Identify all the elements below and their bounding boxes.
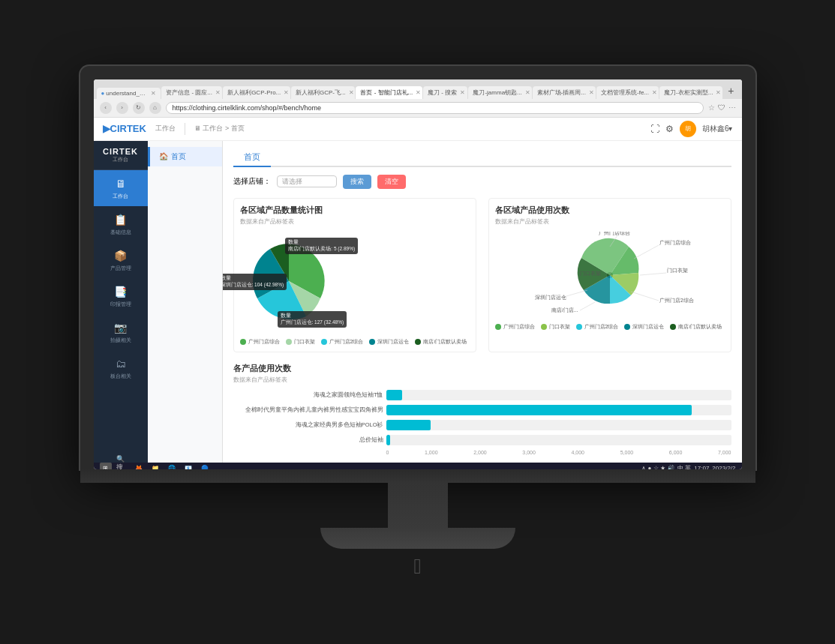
teams-icon[interactable]: 🔵 — [199, 463, 211, 469]
new-tab-button[interactable]: + — [723, 82, 738, 99]
sidebar-item-workbench[interactable]: 🖥 工作台 — [94, 170, 148, 206]
browser-tab-2[interactable]: 新人福利GCP-Pro... ✕ — [223, 86, 290, 99]
sidebar-label-workbench: 工作台 — [113, 193, 128, 200]
tab-close-6[interactable]: ✕ — [525, 89, 530, 96]
sidebar-label-shelf: 板台相关 — [110, 373, 131, 380]
home-nav-label: 首页 — [171, 151, 186, 162]
legend-dot-3 — [369, 339, 375, 345]
svg-text:深圳门店运仓: 深圳门店运仓 — [535, 295, 566, 300]
bar-fill-1 — [386, 405, 692, 415]
bar-label-2: 海魂之家经典男多色短袖POLO衫 — [233, 421, 383, 429]
tab-close-9[interactable]: ✕ — [716, 89, 721, 96]
app-header: ▶CIRTEK 工作台 🖥 工作台 > 首页 ⛶ ⚙ 胡 胡林鑫6▾ — [94, 118, 742, 141]
left-nav-home[interactable]: 🏠 首页 — [148, 147, 222, 166]
user-name[interactable]: 胡林鑫6▾ — [702, 124, 733, 134]
sidebar-item-product[interactable]: 📦 产品管理 — [94, 242, 148, 278]
address-bar[interactable]: https://clothing.cirtelklink.com/shop/#/… — [166, 102, 704, 114]
svg-line-5 — [631, 292, 659, 301]
folder-icon[interactable]: 📁 — [149, 463, 161, 469]
search-taskbar-button[interactable]: 🔍 搜索 — [116, 463, 128, 469]
browser-tab-6[interactable]: 魔刀-jamma钥匙... ✕ — [468, 86, 531, 99]
divider — [185, 123, 185, 135]
fullscreen-icon[interactable]: ⛶ — [650, 124, 659, 134]
sidebar-item-print[interactable]: 📑 印报管理 — [94, 278, 148, 314]
tab-close-0[interactable]: ✕ — [151, 90, 156, 97]
app-logo: ▶CIRTEK — [103, 123, 146, 134]
search-button[interactable]: 搜索 — [343, 175, 371, 189]
taskbar-left: ⊞ 🔍 搜索 🦊 📁 🌐 📧 🔵 — [100, 463, 211, 469]
x-label-5: 5,000 — [620, 450, 634, 455]
mail-icon[interactable]: 📧 — [182, 463, 194, 469]
legend-label-0: 广州门店综合 — [248, 338, 280, 346]
legend-item-1: 门口衣架 — [286, 338, 315, 346]
tab-close-1[interactable]: ✕ — [215, 89, 221, 96]
bar-track-2 — [386, 420, 731, 430]
tab-home[interactable]: 首页 — [233, 148, 271, 167]
legend-item-3: 深圳门店运仓 — [369, 338, 409, 346]
start-button[interactable]: ⊞ — [100, 463, 112, 469]
tab-close-4[interactable]: ✕ — [416, 89, 421, 96]
pie-chart-subtitle: 数据来自产品标签表 — [240, 217, 470, 226]
sidebar-item-basic[interactable]: 📋 基础信息 — [94, 206, 148, 242]
main-content: 首页 选择店铺： 请选择 搜索 清空 — [223, 141, 742, 463]
node-chart-area: 广州门店综合 门口衣架 广州门店2综合 深圳门店运仓 南店/门店... 门口衣架… — [495, 230, 725, 320]
filter-label: 选择店铺： — [233, 176, 271, 187]
workbench-icon: 🖥 — [113, 176, 128, 191]
bar-x-axis: 0 1,000 2,000 3,000 4,000 5,000 6,000 7,… — [386, 450, 731, 455]
apple-logo:  — [413, 555, 421, 579]
sidebar-item-shoot[interactable]: 📷 拍摄相关 — [94, 314, 148, 350]
browser-tab-8[interactable]: 文档管理系统-fe... ✕ — [596, 86, 659, 99]
charts-row: 各区域产品数量统计图 数据来自产品标签表 — [233, 198, 731, 352]
legend-label-4: 南店/门店默认卖场 — [423, 338, 467, 346]
store-select[interactable]: 请选择 — [277, 175, 337, 187]
node-legend-4: 南店/门店默认卖场 — [670, 323, 722, 331]
browser-tab-0[interactable]: ● understand_you... ✕ — [97, 88, 161, 99]
tab-close-2[interactable]: ✕ — [284, 89, 289, 96]
monitor-stand-foot — [320, 528, 515, 549]
legend-dot-2 — [321, 339, 327, 345]
browser-tab-5[interactable]: 魔刀 - 搜索 ✕ — [423, 86, 467, 99]
home-button[interactable]: ⌂ — [149, 102, 161, 114]
tab-close-8[interactable]: ✕ — [652, 89, 657, 96]
tab-close-5[interactable]: ✕ — [460, 89, 465, 96]
node-chart-title: 各区域产品使用次数 — [495, 205, 725, 216]
x-label-0: 0 — [386, 450, 389, 455]
settings-btn[interactable]: ⚙ — [665, 124, 674, 134]
settings-icon[interactable]: ⋯ — [728, 103, 736, 112]
header-right: ⛶ ⚙ 胡 胡林鑫6▾ — [650, 121, 733, 137]
back-button[interactable]: ‹ — [100, 102, 112, 114]
legend-dot-0 — [240, 339, 246, 345]
pie-chart-title: 各区域产品数量统计图 — [240, 205, 470, 216]
node-legend-dot-3 — [624, 324, 630, 330]
node-legend: 广州门店综合 门口衣架 广州门店2综合 — [495, 323, 725, 331]
node-legend-label-4: 南店/门店默认卖场 — [678, 323, 722, 331]
forward-button[interactable]: › — [116, 102, 128, 114]
reset-button[interactable]: 清空 — [377, 175, 406, 189]
bar-row-3: 总价短袖 — [233, 435, 731, 445]
monitor-stand-neck — [388, 483, 448, 528]
sidebar-item-shelf[interactable]: 🗂 板台相关 — [94, 350, 148, 386]
bookmark-icon[interactable]: ☆ — [708, 103, 715, 112]
browser-tab-4[interactable]: 首页 - 智能门店礼... ✕ — [356, 86, 422, 99]
home-nav-icon: 🏠 — [159, 152, 168, 160]
legend-label-3: 深圳门店运仓 — [377, 338, 409, 346]
platform-label: 工作台 — [155, 124, 176, 133]
browser-tab-1[interactable]: 资产信息 - 圆应... ✕ — [161, 86, 222, 99]
monitor-bezel: ● understand_you... ✕ 资产信息 - 圆应... ✕ 新人福… — [80, 66, 755, 469]
node-legend-1: 门口衣架 — [541, 323, 570, 331]
browser-tab-9[interactable]: 魔刀-衣柜实测型... ✕ — [659, 86, 722, 99]
bar-label-1: 全棉时代男童平角内裤儿童内裤男性感宝宝四角裤男 — [233, 406, 383, 414]
tab-close-7[interactable]: ✕ — [589, 89, 594, 96]
reload-button[interactable]: ↻ — [133, 102, 145, 114]
tab-close-3[interactable]: ✕ — [349, 89, 354, 96]
browser-tabs: ● understand_you... ✕ 资产信息 - 圆应... ✕ 新人福… — [94, 79, 742, 99]
bar-chart-section: 各产品使用次数 数据来自产品标签表 海魂之家圆领纯色短袖T恤 全棉时代男童平角内… — [233, 363, 731, 455]
svg-text:广州门店综合: 广州门店综合 — [659, 240, 691, 245]
firefox-icon[interactable]: 🦊 — [133, 463, 145, 469]
browser-tab-3[interactable]: 新人福利GCP-飞... ✕ — [291, 86, 356, 99]
bar-fill-2 — [386, 420, 431, 430]
basic-icon: 📋 — [113, 212, 128, 227]
bar-fill-0 — [386, 390, 402, 400]
edge-icon[interactable]: 🌐 — [166, 463, 178, 469]
browser-tab-7[interactable]: 素材广场-插画周... ✕ — [533, 86, 596, 99]
